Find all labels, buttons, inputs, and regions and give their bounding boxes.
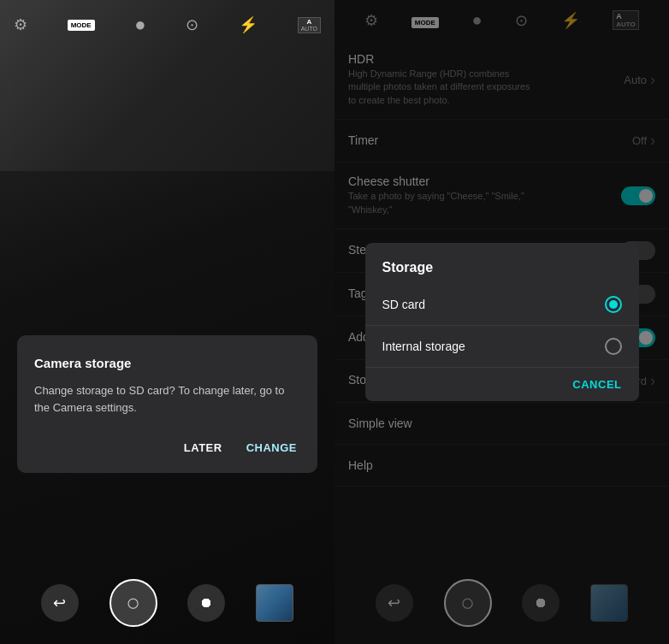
storage-dialog-title: Storage bbox=[365, 243, 639, 284]
storage-overlay: Storage SD card Internal storage CANCEL bbox=[334, 0, 669, 644]
left-bottom-bar: ↩ ○ ⏺ bbox=[0, 579, 334, 627]
sd-card-radio[interactable] bbox=[605, 296, 622, 313]
hdr-icon-left[interactable]: ● bbox=[134, 14, 145, 36]
storage-dialog-actions: CANCEL bbox=[365, 368, 639, 401]
later-button[interactable]: LATER bbox=[181, 436, 226, 459]
gear-icon[interactable]: ⚙ bbox=[14, 15, 27, 34]
internal-storage-radio[interactable] bbox=[605, 338, 622, 355]
auto-badge-left[interactable]: A AUTO bbox=[298, 17, 321, 33]
mode-badge-left[interactable]: MODE bbox=[68, 20, 95, 31]
storage-dialog: Storage SD card Internal storage CANCEL bbox=[365, 243, 639, 401]
right-panel: ⚙ MODE ● ⊙ ⚡ A AUTO HDR High Dynamic Ran… bbox=[334, 0, 669, 644]
flash-icon-left[interactable]: ⚡ bbox=[239, 15, 258, 34]
camera-background bbox=[0, 0, 334, 644]
left-panel: ⚙ MODE ● ⊙ ⚡ A AUTO Camera storage Chang… bbox=[0, 0, 334, 644]
storage-option-sd[interactable]: SD card bbox=[365, 284, 639, 326]
back-button-left[interactable]: ↩ bbox=[41, 584, 79, 622]
shutter-button-left[interactable]: ○ bbox=[110, 579, 157, 627]
camera-dialog: Camera storage Change storage to SD card… bbox=[17, 335, 317, 473]
change-button[interactable]: CHANGE bbox=[243, 436, 300, 459]
thumbnail-preview-left[interactable] bbox=[256, 584, 293, 622]
left-top-bar: ⚙ MODE ● ⊙ ⚡ A AUTO bbox=[0, 14, 334, 36]
dialog-body: Change storage to SD card? To change lat… bbox=[34, 382, 300, 416]
video-button-left[interactable]: ⏺ bbox=[187, 584, 225, 622]
dialog-actions: LATER CHANGE bbox=[34, 436, 300, 459]
camera-flip-icon-left[interactable]: ⊙ bbox=[186, 15, 198, 34]
storage-option-internal[interactable]: Internal storage bbox=[365, 326, 639, 368]
sd-card-label: SD card bbox=[382, 298, 426, 311]
storage-cancel-button[interactable]: CANCEL bbox=[572, 378, 621, 391]
dialog-title: Camera storage bbox=[34, 356, 300, 370]
internal-storage-label: Internal storage bbox=[382, 340, 465, 353]
